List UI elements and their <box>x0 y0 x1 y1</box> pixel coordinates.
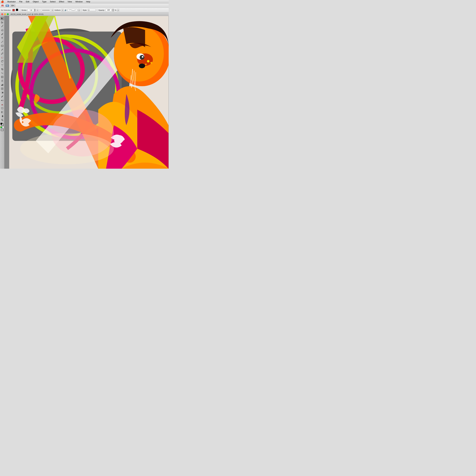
rotate-tool[interactable] <box>0 60 4 63</box>
opacity-label: Opacity: <box>98 9 105 11</box>
live-paint-tool[interactable] <box>0 102 4 106</box>
pencil-tool[interactable] <box>0 52 4 55</box>
svg-point-21 <box>2 80 2 80</box>
svg-marker-9 <box>1 64 2 65</box>
menu-effect[interactable]: Effect <box>58 0 65 3</box>
brush-dropdown[interactable]: ▾ <box>78 9 80 12</box>
pen-tool[interactable] <box>0 32 4 36</box>
selection-tool[interactable] <box>0 17 4 20</box>
svg-point-18 <box>1 80 3 82</box>
apple-menu[interactable]: 🍎 <box>1 0 4 3</box>
svg-point-61 <box>145 64 147 65</box>
menu-object[interactable]: Object <box>32 0 39 3</box>
free-transform-tool[interactable] <box>0 75 4 79</box>
menu-help[interactable]: Help <box>85 0 91 3</box>
menu-type[interactable]: Type <box>41 0 47 3</box>
style-label: Style: <box>83 9 87 11</box>
direct-selection-tool[interactable] <box>0 20 4 24</box>
lasso-tool[interactable] <box>0 28 4 32</box>
svg-line-3 <box>1 41 3 43</box>
artwork-svg <box>4 16 169 169</box>
svg-rect-39 <box>1 129 3 131</box>
svg-rect-15 <box>3 76 3 77</box>
svg-rect-32 <box>1 107 3 109</box>
stroke-style-preview[interactable] <box>41 9 51 11</box>
opacity-up-btn[interactable]: ▲ <box>112 9 114 10</box>
menu-view[interactable]: View <box>67 0 73 3</box>
zoom-tool[interactable] <box>0 118 4 122</box>
column-graph-tool[interactable] <box>0 83 4 87</box>
document-title: AICS5_bristle_brush_ai.ai* @ 150% (RGB) <box>11 13 44 15</box>
svg-point-37 <box>1 119 3 120</box>
paintbrush-tool[interactable] <box>0 48 4 51</box>
hand-tool[interactable] <box>0 114 4 118</box>
mesh-tool[interactable] <box>0 87 4 91</box>
menu-illustrator[interactable]: Illustrator <box>7 0 16 3</box>
scale-tool[interactable] <box>0 67 4 71</box>
svg-rect-14 <box>1 76 2 77</box>
scissors-tool[interactable] <box>0 110 4 114</box>
svg-rect-22 <box>1 85 2 86</box>
title-bar: AICS5_bristle_brush_ai.ai* @ 150% (RGB) <box>0 13 169 16</box>
stroke-down-btn[interactable]: ▼ <box>34 10 36 12</box>
menu-file[interactable]: File <box>18 0 23 3</box>
fill-stroke-indicator[interactable] <box>0 123 4 126</box>
menu-edit[interactable]: Edit <box>25 0 30 3</box>
close-button[interactable] <box>1 13 3 15</box>
svg-point-20 <box>2 80 3 80</box>
magic-wand-tool[interactable] <box>0 24 4 28</box>
maximize-button[interactable] <box>7 13 9 15</box>
gradient-tool[interactable] <box>0 91 4 94</box>
svg-rect-11 <box>2 69 3 70</box>
uniform-dropdown[interactable]: ▾ <box>62 9 64 12</box>
stroke-up-down[interactable]: ▲ ▼ <box>28 9 36 12</box>
eyedropper-tool[interactable] <box>0 95 4 98</box>
opacity-down-btn[interactable]: ▼ <box>112 10 114 12</box>
workspace-switcher[interactable]: ⊞ ▾ <box>10 4 15 7</box>
screen-mode-button[interactable] <box>1 129 4 132</box>
type-tool[interactable]: T <box>0 36 4 40</box>
stroke-up-btn[interactable]: ▲ <box>34 9 36 10</box>
divider-1 <box>20 9 20 12</box>
menu-bar: 🍎 Illustrator File Edit Object Type Sele… <box>0 0 169 3</box>
menu-window[interactable]: Window <box>75 0 83 3</box>
stroke-color-swatch[interactable] <box>16 9 19 12</box>
opacity-dropdown[interactable]: ▾ <box>117 9 119 12</box>
svg-point-63 <box>20 133 114 164</box>
rectangle-tool[interactable] <box>0 44 4 48</box>
reflect-tool[interactable] <box>0 63 4 67</box>
svg-point-33 <box>1 111 2 112</box>
svg-rect-16 <box>1 77 2 78</box>
main-layout: T <box>0 16 169 169</box>
line-tool[interactable] <box>0 40 4 44</box>
svg-point-19 <box>2 80 2 80</box>
selection-status: No Selection <box>1 9 11 11</box>
blend-tool[interactable] <box>0 99 4 102</box>
uniform-label: Uniform <box>54 9 61 11</box>
fill-color[interactable] <box>12 9 15 12</box>
symbol-sprayer-tool[interactable] <box>0 79 4 83</box>
svg-rect-6 <box>1 57 2 58</box>
volume-icon[interactable]: 🔊 <box>65 9 67 11</box>
svg-line-38 <box>2 120 3 121</box>
stroke-style-dropdown[interactable]: ▾ <box>51 9 53 12</box>
stroke-weight-dropdown[interactable]: ▾ <box>36 9 39 12</box>
menu-select[interactable]: Select <box>49 0 56 3</box>
svg-rect-23 <box>2 84 2 86</box>
style-dropdown[interactable]: ▾ <box>88 9 96 12</box>
svg-marker-10 <box>2 64 3 65</box>
color-mode-buttons[interactable] <box>0 126 4 128</box>
svg-point-34 <box>1 112 2 113</box>
artboard-tool[interactable] <box>0 106 4 110</box>
eraser-tool[interactable] <box>0 56 4 59</box>
stroke-value-input[interactable] <box>28 9 34 12</box>
canvas-area <box>4 16 169 169</box>
svg-rect-28 <box>1 92 3 93</box>
svg-point-30 <box>2 100 3 101</box>
br-button[interactable]: Br <box>6 4 9 7</box>
warp-tool[interactable] <box>0 71 4 75</box>
opacity-input[interactable] <box>106 9 111 12</box>
minimize-button[interactable] <box>4 13 6 15</box>
brush-preview <box>68 9 77 11</box>
left-toolbar: T <box>0 16 4 169</box>
